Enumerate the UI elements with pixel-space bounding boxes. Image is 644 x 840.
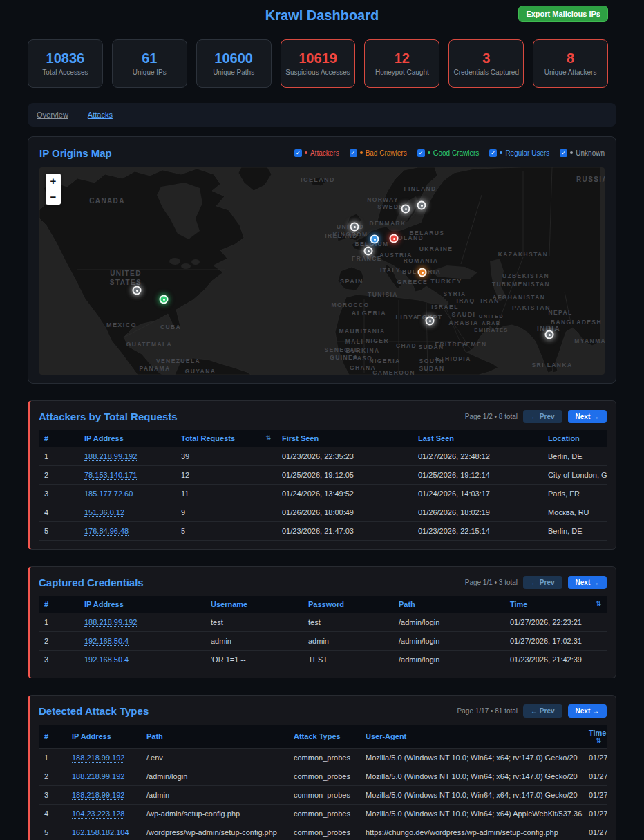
map-marker-bad-crawler[interactable] [418,268,427,277]
stat-label: Unique IPs [133,68,167,76]
table-row: 1188.218.99.1923901/23/2026, 22:35:2301/… [39,447,607,466]
map-zoom-out-button[interactable]: − [46,189,61,205]
ip-address-link[interactable]: 104.23.223.128 [72,810,124,819]
table-cell: 5 [39,823,66,840]
table-row: 1188.218.99.192testtest/admin/login01/27… [39,613,607,632]
tab-attacks[interactable]: Attacks [88,111,113,119]
table-cell: 01/27/2026, 22:48:12 [413,447,542,466]
map-marker-unknown[interactable] [426,317,435,326]
sort-icon[interactable]: ⇅ [596,737,601,744]
column-header-time[interactable]: Time⇅ [583,725,607,749]
stat-value: 3 [482,51,490,65]
table-cell: Paris, FR [542,485,607,503]
credentials-prev-button[interactable]: ← Prev [523,576,562,589]
map-marker-unknown[interactable] [417,201,426,210]
table-cell: 2 [39,767,66,786]
ip-address-link[interactable]: 176.84.96.48 [84,527,129,536]
legend-checkbox-unknown-icon[interactable]: ✓ [560,149,567,157]
table-row: 5176.84.96.48501/23/2026, 21:47:0301/23/… [39,522,607,541]
legend-checkbox-good-crawler-icon[interactable]: ✓ [417,149,425,157]
table-cell: 9 [176,503,276,522]
stat-value: 10619 [299,51,337,65]
table-cell: https://chungo.dev/wordpress/wp-admin/se… [360,823,583,840]
table-row: 1188.218.99.192/.envcommon_probesMozilla… [39,749,607,767]
legend-item-unknown: ✓Unknown [560,149,605,157]
attack-types-page-info: Page 1/17 • 81 total [457,707,518,715]
table-cell: City of London, GB [542,466,607,485]
column-header-total-requests[interactable]: Total Requests⇅ [176,430,276,447]
table-cell: 78.153.140.171 [79,466,176,485]
ip-address-link[interactable]: 78.153.140.171 [84,471,137,480]
table-cell: 12 [176,466,276,485]
table-cell: 01/23/2026, 22:15:14 [413,522,542,541]
legend-item-regular-user: ✓Regular Users [489,149,549,157]
stat-label: Honeypot Caught [375,68,429,76]
ip-address-link[interactable]: 188.218.99.192 [84,618,137,627]
table-cell: 01/23/2026, 21:42:39 [504,651,607,669]
map-marker-unknown[interactable] [401,205,410,214]
attackers-prev-button[interactable]: ← Prev [523,410,562,423]
table-cell: Berlin, DE [542,447,607,466]
map-marker-attacker[interactable] [390,234,399,243]
table-cell: common_probes [288,805,360,823]
map-marker-regular-user[interactable] [370,235,379,244]
sort-icon[interactable]: ⇅ [596,600,601,607]
legend-checkbox-attacker-icon[interactable]: ✓ [294,149,302,157]
table-cell: /wordpress/wp-admin/setup-config.php [141,823,288,840]
table-cell: 01/23/2026, 22:35:23 [276,447,413,466]
attack-types-next-button[interactable]: Next → [568,704,607,718]
table-cell: /admin/login [393,613,504,632]
legend-label: Bad Crawlers [366,149,407,157]
map-marker-unknown[interactable] [133,286,142,295]
ip-address-link[interactable]: 188.218.99.192 [72,772,124,781]
table-cell: /wp-admin/setup-config.php [141,805,288,823]
map-marker-unknown[interactable] [364,247,373,256]
tab-overview[interactable]: Overview [37,111,68,119]
stat-card-unique-attackers: 8Unique Attackers [533,39,608,88]
tab-bar: Overview Attacks [28,103,616,127]
map-marker-unknown[interactable] [545,330,554,339]
legend-dot-icon [305,151,307,154]
ip-address-link[interactable]: 151.36.0.12 [84,508,124,517]
ip-address-link[interactable]: 188.218.99.192 [72,791,124,800]
stat-label: Total Accesses [42,68,88,76]
table-cell: 3 [39,651,79,669]
krawl-dashboard-page: Krawl Dashboard Export Malicious IPs 108… [0,0,644,840]
credentials-section: Captured Credentials Page 1/1 • 3 total … [28,566,616,678]
table-cell: 2 [39,466,79,485]
ip-address-link[interactable]: 188.218.99.192 [84,452,137,461]
export-malicious-ips-button[interactable]: Export Malicious IPs [518,6,608,22]
table-cell: 11 [176,485,276,503]
ip-address-link[interactable]: 192.168.50.4 [84,655,129,664]
attack-types-prev-button[interactable]: ← Prev [523,704,562,718]
legend-checkbox-bad-crawler-icon[interactable]: ✓ [350,149,357,157]
credentials-next-button[interactable]: Next → [568,576,607,589]
table-row: 4104.23.223.128/wp-admin/setup-config.ph… [39,805,607,823]
map-zoom-in-button[interactable]: + [46,174,61,189]
table-cell: 188.218.99.192 [66,767,141,786]
ip-address-link[interactable]: 192.168.50.4 [84,637,129,646]
legend-item-good-crawler: ✓Good Crawlers [417,149,480,157]
sort-icon[interactable]: ⇅ [265,434,271,441]
ip-address-link[interactable]: 188.218.99.192 [72,754,124,763]
legend-checkbox-regular-user-icon[interactable]: ✓ [489,149,497,157]
table-cell: 1 [39,749,66,767]
table-cell: 01/27/2026, 22:23:21 [583,767,607,786]
table-cell: 01/26/2026, 18:00:49 [276,503,413,522]
attackers-section-title: Attackers by Total Requests [39,411,178,422]
map-marker-good-crawler[interactable] [160,295,169,304]
table-row: 4151.36.0.12901/26/2026, 18:00:4901/26/2… [39,503,607,522]
map-canvas[interactable]: + − CANADAICELANDRUSSIAUNITED STATESMEXI… [39,167,605,375]
column-header-time[interactable]: Time⇅ [504,596,607,613]
ip-address-link[interactable]: 185.177.72.60 [84,489,133,498]
stat-value: 12 [395,51,410,65]
stat-label: Credentials Captured [453,68,519,76]
map-legend: ✓Attackers✓Bad Crawlers✓Good Crawlers✓Re… [294,149,605,157]
attack-types-section-header: Detected Attack Types Page 1/17 • 81 tot… [39,704,607,718]
table-cell: 192.168.50.4 [79,632,205,651]
attack-types-table: #IP AddressPathAttack TypesUser-AgentTim… [39,725,607,840]
map-marker-unknown[interactable] [350,223,359,232]
ip-address-link[interactable]: 162.158.182.104 [72,828,129,837]
attackers-next-button[interactable]: Next → [568,410,607,423]
column-header-location: Location [542,430,607,447]
